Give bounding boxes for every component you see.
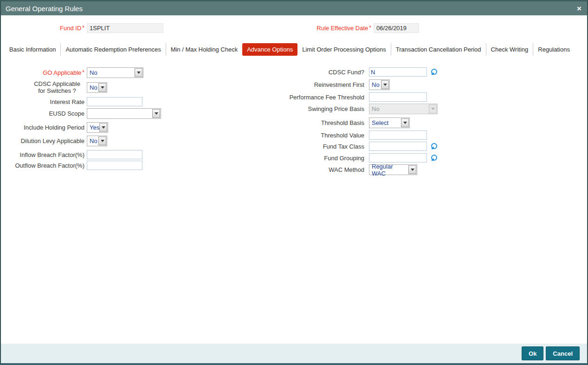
outflow-breach-factor-label: Outflow Breach Factor(%)	[1, 162, 84, 169]
tab-bar: Basic Information Automatic Redemption P…	[5, 43, 575, 56]
chevron-down-icon[interactable]	[152, 109, 160, 118]
chevron-down-icon[interactable]	[135, 68, 142, 77]
cdsc-applicable-switches-select[interactable]: No	[87, 82, 107, 93]
cdsc-fund-input[interactable]	[369, 67, 427, 77]
cdsc-fund-label: CDSC Fund?	[288, 69, 364, 76]
include-holding-period-value: Yes	[90, 124, 99, 131]
ok-button[interactable]: Ok	[522, 346, 543, 360]
threshold-value-input[interactable]	[369, 130, 427, 140]
interest-rate-input[interactable]	[87, 97, 142, 106]
threshold-basis-value: Select	[372, 119, 388, 126]
wac-method-value: Regular WAC	[372, 163, 407, 177]
threshold-value-row: Threshold Value	[288, 130, 427, 140]
wac-method-select[interactable]: Regular WAC	[369, 164, 417, 175]
fund-id-required-marker: *	[82, 25, 84, 31]
chevron-down-icon[interactable]	[98, 83, 106, 92]
go-applicable-label-text: GO Applicable	[43, 69, 81, 76]
reinvestment-first-select[interactable]: No	[369, 79, 390, 90]
include-holding-period-row: Include Holding Period Yes	[1, 122, 108, 133]
chevron-down-icon[interactable]	[408, 165, 416, 174]
go-applicable-required-marker: *	[82, 69, 84, 76]
fund-id-row: Fund ID* 1SPLIT	[1, 23, 163, 33]
cdsc-fund-row: CDSC Fund?	[288, 67, 438, 77]
fund-id-label: Fund ID*	[1, 25, 84, 32]
threshold-basis-row: Threshold Basis Select	[288, 117, 410, 128]
threshold-basis-label: Threshold Basis	[288, 119, 364, 126]
dilution-levy-applicable-label: Dilution Levy Applicable	[1, 137, 84, 144]
tab-transaction-cancellation-period[interactable]: Transaction Cancellation Period	[391, 43, 486, 56]
cdsc-applicable-switches-label: CDSC Applicable for Switches ?	[1, 80, 84, 94]
close-icon[interactable]: ×	[577, 5, 582, 13]
tab-min-max-holding-check[interactable]: Min / Max Holding Check	[166, 43, 243, 56]
performance-fee-threshold-input[interactable]	[369, 92, 427, 102]
fund-tax-class-input[interactable]	[369, 142, 427, 151]
inflow-breach-factor-input[interactable]	[87, 150, 142, 159]
wac-method-row: WAC Method Regular WAC	[288, 164, 417, 175]
chevron-down-icon[interactable]	[381, 80, 389, 89]
window-title: General Operating Rules	[6, 5, 83, 13]
dilution-levy-applicable-select[interactable]: No	[87, 136, 107, 146]
performance-fee-threshold-row: Performance Fee Threshold	[288, 92, 427, 102]
eusd-scope-select[interactable]	[87, 108, 161, 119]
interest-rate-row: Interest Rate	[1, 97, 142, 106]
search-icon[interactable]	[431, 69, 438, 75]
fund-id-value: 1SPLIT	[87, 23, 163, 33]
interest-rate-label: Interest Rate	[1, 98, 84, 105]
tab-advance-options[interactable]: Advance Options	[242, 43, 297, 56]
chevron-down-icon[interactable]	[98, 137, 106, 145]
rule-effective-date-label: Rule Effective Date*	[288, 25, 371, 32]
chevron-down-icon[interactable]	[401, 118, 409, 127]
include-holding-period-select[interactable]: Yes	[87, 122, 108, 133]
title-bar: General Operating Rules ×	[1, 1, 587, 15]
fund-id-label-text: Fund ID	[60, 25, 81, 32]
chevron-down-icon[interactable]	[99, 123, 107, 132]
reinvestment-first-value: No	[372, 81, 380, 88]
swinging-price-basis-row: Swinging Price Basis No	[288, 104, 438, 114]
tab-regulations[interactable]: Regulations	[533, 43, 575, 56]
rule-effective-date-label-text: Rule Effective Date	[317, 25, 368, 32]
eusd-scope-row: EUSD Scope	[1, 108, 161, 119]
cancel-button[interactable]: Cancel	[546, 346, 580, 360]
inflow-breach-factor-row: Inflow Breach Factor(%)	[1, 150, 142, 159]
cdsc-applicable-switches-label-text: CDSC Applicable for Switches ?	[30, 80, 84, 94]
search-icon[interactable]	[431, 155, 438, 161]
fund-grouping-label: Fund Grouping	[288, 155, 364, 162]
fund-tax-class-label: Fund Tax Class	[288, 143, 364, 150]
outflow-breach-factor-row: Outflow Breach Factor(%)	[1, 161, 142, 170]
tab-basic-information[interactable]: Basic Information	[5, 43, 60, 56]
go-applicable-label: GO Applicable*	[1, 69, 84, 76]
tab-automatic-redemption-preferences[interactable]: Automatic Redemption Preferences	[60, 43, 165, 56]
fund-grouping-input[interactable]	[369, 153, 427, 163]
outflow-breach-factor-input[interactable]	[87, 161, 142, 170]
rule-effective-date-value: 06/26/2019	[374, 23, 419, 33]
threshold-basis-select[interactable]: Select	[369, 117, 410, 128]
reinvestment-first-label: Reinvestment First	[288, 81, 364, 88]
search-icon[interactable]	[431, 143, 438, 150]
go-applicable-value: No	[90, 69, 97, 76]
fund-grouping-row: Fund Grouping	[288, 153, 438, 163]
general-operating-rules-window: General Operating Rules × Fund ID* 1SPLI…	[0, 0, 588, 365]
cdsc-applicable-switches-row: CDSC Applicable for Switches ? No	[1, 80, 107, 94]
cdsc-applicable-switches-value: No	[90, 84, 97, 91]
footer-bar: Ok Cancel	[1, 344, 587, 363]
rule-effective-date-required-marker: *	[369, 25, 371, 31]
swinging-price-basis-label: Swinging Price Basis	[288, 105, 364, 112]
fund-tax-class-row: Fund Tax Class	[288, 142, 438, 151]
include-holding-period-label: Include Holding Period	[1, 124, 84, 131]
go-applicable-row: GO Applicable* No	[1, 67, 143, 78]
wac-method-label: WAC Method	[288, 166, 364, 173]
chevron-down-icon	[429, 104, 437, 113]
swinging-price-basis-select: No	[369, 104, 438, 114]
performance-fee-threshold-label: Performance Fee Threshold	[288, 94, 364, 101]
rule-effective-date-row: Rule Effective Date* 06/26/2019	[288, 23, 419, 33]
dilution-levy-applicable-value: No	[90, 137, 97, 144]
eusd-scope-label: EUSD Scope	[1, 110, 84, 117]
swinging-price-basis-value: No	[372, 105, 380, 112]
go-applicable-select[interactable]: No	[87, 67, 143, 78]
inflow-breach-factor-label: Inflow Breach Factor(%)	[1, 151, 84, 158]
reinvestment-first-row: Reinvestment First No	[288, 79, 390, 90]
dilution-levy-applicable-row: Dilution Levy Applicable No	[1, 136, 107, 146]
tab-limit-order-processing-options[interactable]: Limit Order Processing Options	[297, 43, 391, 56]
tab-check-writing[interactable]: Check Writing	[486, 43, 533, 56]
threshold-value-label: Threshold Value	[288, 132, 364, 139]
